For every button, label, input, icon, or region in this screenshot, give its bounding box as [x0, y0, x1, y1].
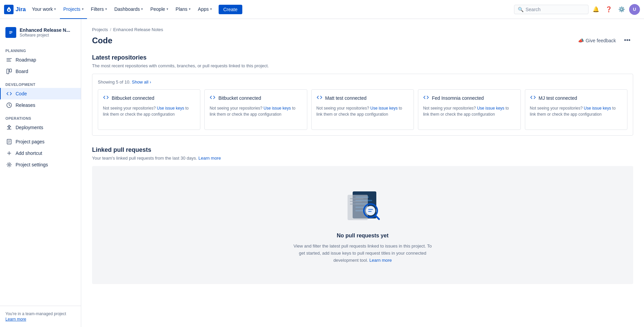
svg-point-18: [366, 206, 375, 215]
sidebar-item-releases[interactable]: Releases: [0, 99, 81, 111]
svg-rect-3: [9, 69, 12, 72]
sidebar-item-project-pages[interactable]: Project pages: [0, 136, 81, 147]
megaphone-icon: 📣: [578, 38, 584, 43]
sidebar-item-code[interactable]: Code: [0, 88, 81, 99]
settings-button[interactable]: ⚙️: [616, 4, 627, 15]
latest-repos-subtitle: The most recent repositories with commit…: [92, 63, 633, 68]
use-issue-keys-link-0[interactable]: Use issue keys: [157, 106, 184, 111]
learn-more-link[interactable]: Learn more: [5, 317, 26, 322]
repo-card-0: Bitbucket connected Not seeing your repo…: [98, 89, 200, 130]
sidebar-item-add-shortcut[interactable]: Add shortcut: [0, 147, 81, 159]
repo-card-title-0: Bitbucket connected: [112, 95, 154, 101]
planning-section-title: PLANNING: [0, 43, 81, 54]
pull-requests-title: Linked pull requests: [92, 146, 633, 154]
svg-point-6: [8, 164, 10, 166]
pages-icon: [6, 139, 12, 145]
sidebar-item-project-settings[interactable]: Project settings: [0, 159, 81, 170]
use-issue-keys-link-4[interactable]: Use issue keys: [584, 106, 611, 111]
avatar[interactable]: U: [629, 4, 640, 15]
latest-repos-title: Latest repositories: [92, 54, 633, 61]
empty-state-description: View and filter the latest pull requests…: [292, 243, 434, 264]
topnav-right: 🔍 Search 🔔 ❓ ⚙️ U: [514, 4, 640, 15]
svg-rect-2: [7, 69, 9, 74]
nav-your-work[interactable]: Your work ▾: [28, 0, 59, 19]
repo-card-4: MJ test connected Not seeing your reposi…: [525, 89, 627, 130]
sidebar-footer: You're in a team-managed project Learn m…: [0, 306, 81, 327]
breadcrumb-separator: /: [110, 27, 111, 32]
pull-requests-empty-state: No pull requests yet View and filter the…: [92, 166, 633, 284]
repo-card-body-3: Not seeing your repositories? Use issue …: [423, 105, 515, 117]
repo-code-icon: [209, 94, 216, 102]
svg-rect-14: [350, 198, 363, 199]
repo-card-1: Bitbucket connected Not seeing your repo…: [204, 89, 307, 130]
repo-card-body-0: Not seeing your repositories? Use issue …: [103, 105, 195, 117]
add-icon: [6, 150, 12, 156]
page-layout: Enhanced Release N... Software project P…: [0, 19, 644, 327]
logo[interactable]: Jira: [4, 5, 26, 14]
sidebar-item-roadmap[interactable]: Roadmap: [0, 54, 81, 66]
code-icon: [6, 91, 12, 97]
repo-card-title-3: Fed Insomnia connected: [432, 95, 484, 101]
operations-section-title: OPERATIONS: [0, 111, 81, 122]
sidebar-item-board[interactable]: Board: [0, 66, 81, 77]
repo-card-2: Matt test connected Not seeing your repo…: [311, 89, 414, 130]
use-issue-keys-link-3[interactable]: Use issue keys: [477, 106, 505, 111]
repo-code-icon: [530, 94, 536, 102]
pull-requests-subtitle: Your team's linked pull requests from th…: [92, 156, 633, 161]
repo-card-title-1: Bitbucket connected: [218, 95, 261, 101]
pull-requests-learn-more-link[interactable]: Learn more: [198, 156, 221, 161]
roadmap-icon: [6, 57, 12, 63]
breadcrumb-projects[interactable]: Projects: [92, 27, 108, 32]
repo-code-icon: [316, 94, 323, 102]
top-navigation: Jira Your work ▾ Projects ▾ Filters ▾ Da…: [0, 0, 644, 19]
releases-icon: [6, 102, 12, 108]
repo-card-body-2: Not seeing your repositories? Use issue …: [316, 105, 409, 117]
sidebar-project-info: Enhanced Release N... Software project: [20, 27, 70, 38]
search-bar[interactable]: 🔍 Search: [514, 5, 589, 14]
repos-showing-count: Showing 5 of 10. Show all ›: [98, 79, 627, 85]
project-icon: [5, 27, 16, 38]
empty-state-learn-more-link[interactable]: Learn more: [369, 258, 392, 263]
more-options-button[interactable]: •••: [621, 35, 633, 46]
svg-rect-21: [368, 211, 372, 212]
sidebar-item-deployments[interactable]: Deployments: [0, 122, 81, 133]
create-button[interactable]: Create: [219, 5, 242, 14]
repo-card-3: Fed Insomnia connected Not seeing your r…: [418, 89, 520, 130]
nav-plans[interactable]: Plans ▾: [172, 0, 194, 19]
board-icon: [6, 68, 12, 74]
help-button[interactable]: ❓: [603, 4, 614, 15]
repo-card-title-4: MJ test connected: [539, 95, 577, 101]
settings-icon: [6, 162, 12, 168]
repo-card-body-4: Not seeing your repositories? Use issue …: [530, 105, 622, 117]
team-managed-text: You're in a team-managed project: [5, 311, 75, 316]
page-header-actions: 📣 Give feedback •••: [575, 35, 633, 46]
empty-state-illustration: [342, 186, 383, 225]
use-issue-keys-link-1[interactable]: Use issue keys: [264, 106, 291, 111]
logo-text: Jira: [16, 6, 26, 13]
breadcrumb-enhanced-release-notes[interactable]: Enhanced Release Notes: [113, 27, 163, 32]
chevron-down-icon: ▾: [210, 7, 212, 11]
chevron-down-icon: ▾: [82, 7, 84, 11]
repos-container: Showing 5 of 10. Show all › Bitbucket co…: [92, 74, 633, 136]
give-feedback-button[interactable]: 📣 Give feedback: [575, 36, 619, 45]
development-section-title: DEVELOPMENT: [0, 77, 81, 88]
page-title: Code: [92, 36, 112, 45]
chevron-down-icon: ▾: [141, 7, 143, 11]
page-header: Code 📣 Give feedback •••: [92, 35, 633, 46]
breadcrumb: Projects / Enhanced Release Notes: [92, 27, 633, 32]
main-content: Projects / Enhanced Release Notes Code 📣…: [81, 19, 644, 327]
nav-people[interactable]: People ▾: [147, 0, 172, 19]
deployments-icon: [6, 124, 12, 131]
svg-rect-20: [368, 209, 373, 210]
show-all-link[interactable]: Show all ›: [132, 79, 151, 85]
repo-code-icon: [423, 94, 429, 102]
nav-dashboards[interactable]: Dashboards ▾: [111, 0, 147, 19]
sidebar: Enhanced Release N... Software project P…: [0, 19, 81, 327]
nav-apps[interactable]: Apps ▾: [195, 0, 215, 19]
use-issue-keys-link-2[interactable]: Use issue keys: [370, 106, 398, 111]
sidebar-project[interactable]: Enhanced Release N... Software project: [0, 24, 81, 43]
notifications-button[interactable]: 🔔: [591, 4, 601, 15]
nav-projects[interactable]: Projects ▾: [60, 0, 87, 19]
nav-filters[interactable]: Filters ▾: [88, 0, 110, 19]
main-navigation: Your work ▾ Projects ▾ Filters ▾ Dashboa…: [28, 0, 514, 19]
